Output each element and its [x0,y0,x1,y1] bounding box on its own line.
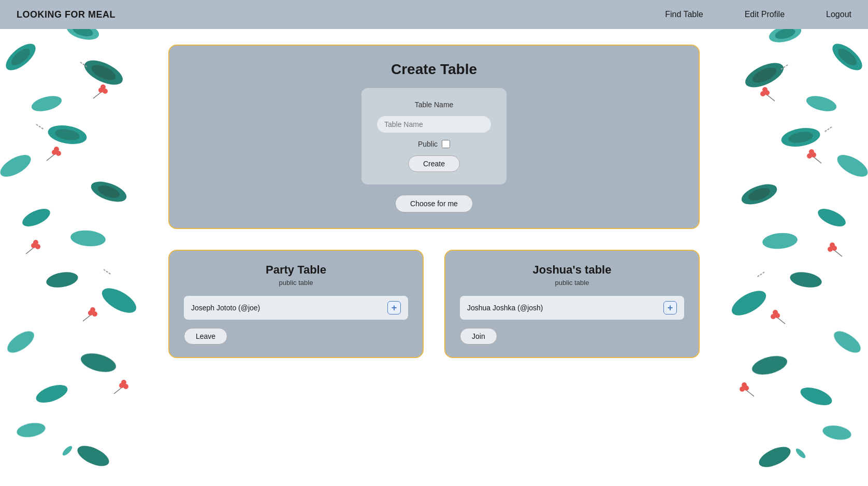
svg-point-45 [16,421,47,439]
svg-point-66 [760,91,765,96]
app-brand: LOOKING FOR MEAL [17,9,115,20]
svg-point-63 [805,93,838,115]
svg-point-97 [756,442,793,471]
svg-point-75 [739,180,780,209]
svg-point-76 [747,185,772,203]
svg-line-13 [93,92,101,98]
svg-point-67 [762,87,768,92]
create-table-card: Create Table Table Name Public Create Ch… [168,45,700,229]
svg-point-42 [119,383,124,388]
svg-point-89 [830,327,864,356]
nav-logout[interactable]: Logout [826,10,851,19]
svg-line-49 [36,124,44,130]
svg-point-90 [750,352,789,378]
svg-point-35 [88,310,93,316]
svg-point-14 [98,88,104,93]
svg-point-46 [75,441,112,470]
svg-point-10 [81,55,126,90]
svg-point-26 [20,205,53,230]
svg-point-21 [52,150,57,155]
joshuas-table-card: Joshua's table public table Joshua Joshk… [444,250,700,358]
svg-point-78 [762,232,798,250]
svg-point-68 [780,125,822,150]
svg-point-32 [45,270,79,290]
party-table-card: Party Table public table Joseph Jototo (… [168,250,424,358]
svg-point-15 [103,89,108,94]
svg-line-41 [114,388,122,394]
joshuas-table-subtitle: public table [460,279,684,287]
svg-point-18 [54,127,81,142]
svg-line-92 [746,390,754,396]
svg-point-17 [47,123,89,147]
public-checkbox[interactable] [442,140,450,148]
member-add-button[interactable]: + [663,301,677,315]
svg-point-86 [775,313,780,318]
svg-line-99 [780,65,788,70]
left-decoration [0,0,148,486]
svg-point-62 [750,64,779,85]
join-button[interactable]: Join [460,328,497,345]
svg-point-61 [742,58,787,92]
svg-point-19 [0,151,34,181]
svg-point-80 [832,246,837,251]
svg-point-30 [35,244,40,249]
svg-point-72 [811,152,816,158]
svg-point-37 [90,307,95,312]
svg-line-101 [757,272,764,277]
navbar: LOOKING FOR MEAL Find Table Edit Profile… [0,0,868,29]
table-row: Joseph Jototo (@joe) + [184,296,408,320]
public-row: Public [377,140,491,148]
create-button[interactable]: Create [408,155,460,172]
svg-point-12 [30,93,64,115]
svg-point-24 [89,178,129,206]
svg-line-28 [26,248,34,254]
nav-edit-profile[interactable]: Edit Profile [745,10,785,19]
create-table-title: Create Table [190,61,678,78]
svg-point-70 [834,151,868,181]
svg-point-16 [100,84,106,90]
svg-point-36 [92,311,97,317]
table-name-input[interactable] [377,116,491,133]
nav-links: Find Table Edit Profile Logout [665,10,851,19]
svg-point-40 [34,381,70,406]
svg-point-82 [830,242,835,248]
joshuas-table-title: Joshua's table [460,263,684,277]
svg-point-31 [33,240,38,245]
main-content: Create Table Table Name Public Create Ch… [148,29,720,486]
member-add-button[interactable]: + [387,301,401,315]
svg-point-94 [740,387,745,392]
svg-point-95 [742,382,747,388]
svg-point-11 [90,62,118,83]
table-row: Joshua Joshka (@josh) + [460,296,684,320]
svg-line-64 [767,95,775,101]
svg-point-81 [828,247,833,252]
svg-point-43 [123,384,128,389]
svg-point-59 [828,39,866,75]
svg-point-27 [70,229,106,248]
svg-line-71 [814,157,821,163]
svg-point-91 [798,384,834,409]
member-name: Joseph Jototo (@joe) [191,304,382,312]
public-label: Public [418,140,438,148]
svg-point-69 [788,130,814,145]
svg-point-23 [54,147,59,152]
svg-line-20 [47,154,54,161]
party-table-title: Party Table [184,263,408,277]
nav-find-table[interactable]: Find Table [665,10,703,19]
svg-point-8 [2,39,40,75]
svg-point-44 [121,380,126,385]
create-table-form: Table Name Public Create [361,88,507,184]
svg-point-9 [9,46,33,68]
svg-line-79 [834,250,842,256]
svg-point-25 [96,183,121,201]
svg-point-22 [56,151,61,156]
svg-point-88 [773,310,778,315]
leave-button[interactable]: Leave [184,328,227,345]
svg-point-98 [794,447,807,460]
svg-line-48 [80,62,88,67]
svg-point-38 [4,327,37,356]
party-table-subtitle: public table [184,279,408,287]
choose-for-me-button[interactable]: Choose for me [395,195,473,212]
right-decoration [720,0,868,486]
svg-line-100 [824,127,832,132]
